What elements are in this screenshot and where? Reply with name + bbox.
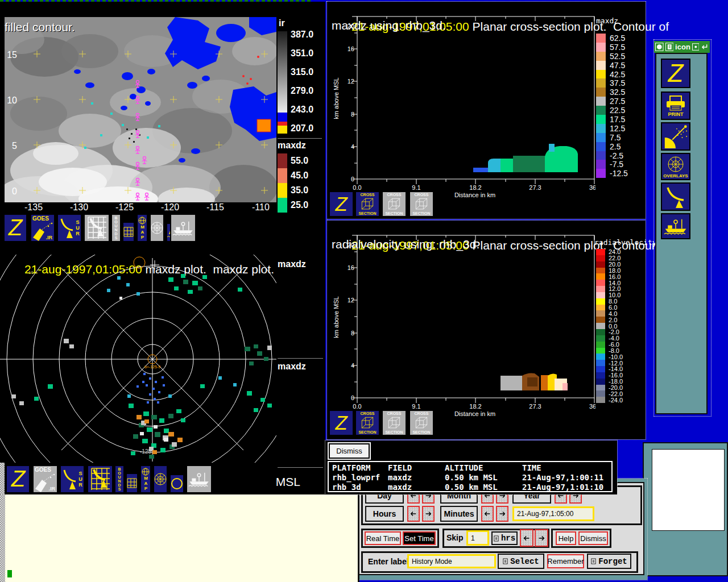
ship-icon xyxy=(171,217,195,239)
polar-grid-button[interactable] xyxy=(150,214,164,242)
ship-button[interactable] xyxy=(661,213,690,239)
colorbar-swatches xyxy=(278,374,287,463)
forget-button[interactable]: Forget xyxy=(587,554,631,569)
cross-section-button-active[interactable]: CROSS SECTION xyxy=(355,191,380,217)
colorbar-divider xyxy=(278,467,323,468)
sat-colorbar-panel: ir 387.0 351.0 315.0 279.0 243.0 207.0 m… xyxy=(276,17,325,214)
svg-text:9.1: 9.1 xyxy=(412,184,420,191)
dismiss-button[interactable]: Dismiss xyxy=(578,531,608,545)
hours-button[interactable]: Hours xyxy=(365,506,404,522)
window-menu-icon[interactable] xyxy=(655,43,664,51)
label-value-field[interactable]: History Mode xyxy=(407,554,496,568)
svg-text:4: 4 xyxy=(351,143,354,150)
window-return-icon[interactable] xyxy=(701,43,709,51)
remember-button[interactable]: Remember xyxy=(547,554,584,568)
cross-section-button-active[interactable]: CROSS SECTION xyxy=(355,410,380,436)
maxdz-colorbar: 62.5 57.5 52.5 47.5 42.5 37.5 xyxy=(596,34,644,178)
goes-ir-button[interactable]: GOES .IR xyxy=(30,214,55,242)
cross-section-plot: 20 16 12 8 4 0 0.0 9.1 18.2 27.3 36 km a… xyxy=(327,221,595,439)
ship-icon xyxy=(663,215,689,237)
desktop: 21-aug-1997,01:05:00 ir plot. Rhb_lowprf… xyxy=(0,0,728,582)
cube-icon xyxy=(414,415,429,430)
time-value-field[interactable]: 21-Aug-97,1:05:00 xyxy=(512,506,594,521)
radialvelocity-colorbar: 24.0 22.0 20.0 18.0 16.0 14.0 xyxy=(596,249,644,403)
svg-text:Z: Z xyxy=(8,215,23,240)
colorbar-divider xyxy=(278,138,322,139)
hours-back-button[interactable] xyxy=(407,506,420,522)
print-button[interactable]: PRINT xyxy=(661,92,690,120)
zeb-logo-button[interactable]: Z xyxy=(3,214,27,242)
minutes-back-button[interactable] xyxy=(481,506,494,522)
surveillance-radar-button[interactable]: SUR xyxy=(60,465,85,493)
sur-label: SUR xyxy=(78,471,83,488)
dismiss-button[interactable]: Dismiss xyxy=(329,443,370,459)
real-time-button[interactable]: Real Time xyxy=(365,531,401,545)
grid-small-button[interactable] xyxy=(126,473,138,493)
ship-button[interactable] xyxy=(186,465,212,493)
cross-section-button[interactable]: CROSS SECTION xyxy=(409,410,434,436)
grid-small-button[interactable] xyxy=(122,222,135,242)
polar-web-icon xyxy=(154,472,167,486)
minutes-button[interactable]: Minutes xyxy=(440,506,478,522)
bounds-button[interactable]: BOUNDS xyxy=(114,465,125,493)
minutes-forward-button[interactable] xyxy=(496,506,508,522)
terminal-window[interactable] xyxy=(0,492,359,582)
satellite-button[interactable] xyxy=(661,122,690,151)
range-ring-button[interactable] xyxy=(169,474,184,493)
overlays-button[interactable]: OVERLAYS xyxy=(661,153,690,180)
skip-forward-button[interactable] xyxy=(535,529,548,547)
window-iconify-icon[interactable] xyxy=(692,43,700,51)
south-axis-label: -125 xyxy=(140,448,151,455)
svg-text:20: 20 xyxy=(348,242,354,248)
grid-radar-button[interactable] xyxy=(87,465,113,493)
skip-units-button[interactable]: hrs xyxy=(491,531,518,545)
map-button[interactable]: MAP xyxy=(140,465,151,493)
satellite-image xyxy=(5,17,276,202)
table-row: rhb_lowprfmaxdz0.50 km MSL21-Aug-97,1:00… xyxy=(332,473,611,483)
blank-canvas xyxy=(652,449,725,531)
select-button[interactable]: Select xyxy=(498,554,544,569)
zeb-logo-button[interactable]: Z xyxy=(661,59,690,88)
zeb-logo-button[interactable]: Z xyxy=(329,410,354,436)
cross-section-button[interactable]: CROSS SECTION xyxy=(382,410,407,436)
radialvelocity-contour-fill xyxy=(500,373,568,391)
set-time-button[interactable]: Set Time xyxy=(403,531,436,545)
window-doc-icon[interactable] xyxy=(665,43,674,51)
svg-text:27.3: 27.3 xyxy=(529,403,541,410)
goes-ir-button[interactable]: GOES .IR xyxy=(32,465,58,493)
bounds-button[interactable]: BOUNDS xyxy=(111,214,121,242)
window-resize-strip[interactable] xyxy=(0,463,5,494)
map-button[interactable]: MAP xyxy=(136,214,148,242)
grid-radar-icon xyxy=(88,466,112,492)
polar-grid-button[interactable] xyxy=(153,465,168,493)
map-label: MAP xyxy=(143,476,148,491)
svg-text:36: 36 xyxy=(589,403,595,410)
hours-forward-button[interactable] xyxy=(422,506,435,522)
circle-icon xyxy=(171,477,183,490)
cross-section-button[interactable]: CROSS SECTION xyxy=(409,191,434,217)
help-button[interactable]: Help xyxy=(556,531,576,545)
terminal-scrollbar[interactable] xyxy=(0,493,5,582)
skip-value-field[interactable]: 1 xyxy=(466,530,489,546)
x-axis-title: Distance in km xyxy=(454,192,495,198)
grid-radar-button[interactable] xyxy=(84,214,110,242)
svg-text:16: 16 xyxy=(348,264,354,271)
zeb-logo-button[interactable]: Z xyxy=(329,191,354,217)
ir-colorbar-label: ir xyxy=(279,18,285,28)
cross-section-window-maxdz: 21-aug-1997,01:05:00 Planar cross-sectio… xyxy=(327,2,646,219)
colorbar-title: radialvelocity xyxy=(594,238,657,247)
ir-label: .IR xyxy=(46,235,52,240)
skip-back-button[interactable] xyxy=(520,529,533,547)
zeb-logo-button[interactable]: Z xyxy=(6,465,30,493)
radar-dish-icon xyxy=(664,184,687,209)
palette-titlebar[interactable]: icon xyxy=(654,41,710,53)
radar-button[interactable] xyxy=(661,182,690,211)
surveillance-radar-button[interactable]: SUR xyxy=(57,214,82,242)
y-tick-labels: 20 16 12 8 4 0 xyxy=(348,242,354,401)
goes-label: GOES xyxy=(35,467,51,473)
ir-enhance-red xyxy=(278,122,287,126)
cross-section-button[interactable]: CROSS SECTION xyxy=(382,191,407,217)
colorbar-swatches xyxy=(278,272,287,356)
ship-button[interactable] xyxy=(170,214,196,242)
radar-dish-icon xyxy=(62,467,77,492)
